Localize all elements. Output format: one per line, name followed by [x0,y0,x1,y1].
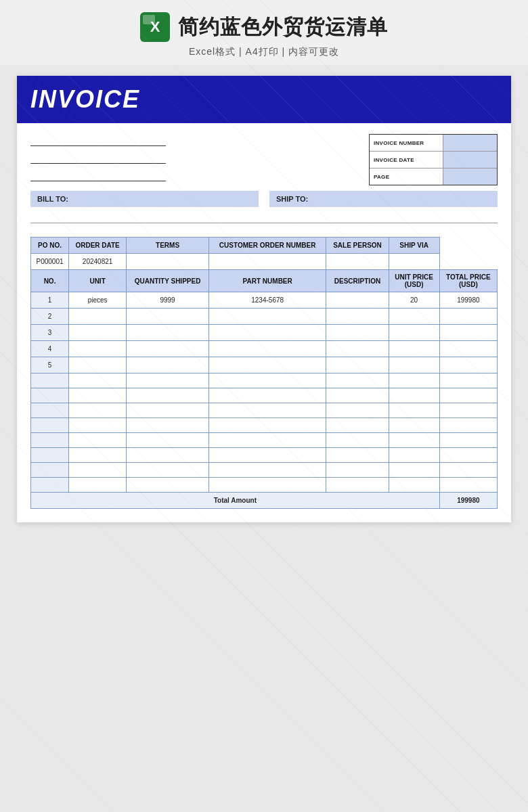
th-qty-shipped: QUANTITY SHIPPED [127,270,209,292]
bill-to-box: BILL TO: [30,191,259,207]
qty-cell [127,341,209,357]
unit-cell [69,341,127,357]
part-cell [209,357,326,374]
main-table-wrap: PO NO. ORDER DATE TERMS CUSTOMER ORDER N… [17,237,511,522]
customer-order-cell [209,254,326,270]
no-cell: 5 [31,357,69,374]
no-cell: 1 [31,292,69,309]
th-ship-via: SHIP VIA [389,238,439,254]
th-part-number: PART NUMBER [209,270,326,292]
ship-to-box: SHIP TO: [269,191,498,207]
th-po-no: PO NO. [31,238,69,254]
th-no: NO. [31,270,69,292]
ship-via-cell [389,254,439,270]
page-row: PAGE [370,168,497,185]
total-price-cell [439,357,497,374]
empty-row [31,374,498,388]
unit-cell: pieces [69,292,127,309]
ship-to-label: SHIP TO: [276,195,308,203]
desc-cell [326,357,389,374]
po-number-cell: P000001 [31,254,69,270]
qty-cell [127,309,209,325]
unit-price-cell [389,357,439,374]
total-price-cell [439,325,497,341]
empty-row [31,418,498,433]
desc-cell [326,325,389,341]
th-order-date: ORDER DATE [69,238,127,254]
invoice-date-row: INVOICE DATE [370,152,497,168]
table-row: 4 [31,341,498,357]
no-cell: 3 [31,325,69,341]
terms-cell [127,254,209,270]
subtitle: Excel格式 | A4打印 | 内容可更改 [189,46,339,58]
no-cell: 4 [31,341,69,357]
th-sale-person: SALE PERSON [326,238,389,254]
info-line-3 [30,169,166,181]
unit-cell [69,309,127,325]
total-value: 199980 [439,493,497,509]
desc-cell [326,341,389,357]
invoice-date-value [443,152,497,168]
table-subheader-row: NO. UNIT QUANTITY SHIPPED PART NUMBER DE… [31,270,498,292]
table-row: 5 [31,357,498,374]
no-cell: 2 [31,309,69,325]
table-row: 2 [31,309,498,325]
th-unit-price: UNIT PRICE(USD) [389,270,439,292]
table-header-row: PO NO. ORDER DATE TERMS CUSTOMER ORDER N… [31,238,498,254]
empty-row [31,463,498,478]
excel-icon [140,12,170,42]
total-label: Total Amount [31,493,440,509]
bill-address-line [30,212,498,223]
invoice-number-row: INVOICE NUMBER [370,135,497,152]
qty-cell [127,357,209,374]
total-row: Total Amount 199980 [31,493,498,509]
sender-info [30,134,355,185]
invoice-meta: INVOICE NUMBER INVOICE DATE PAGE [369,134,498,185]
table-row: 1 pieces 9999 1234-5678 20 199980 [31,292,498,309]
invoice-date-label: INVOICE DATE [370,154,443,166]
invoice-banner-text: INVOICE [30,85,140,113]
address-detail [17,212,511,223]
invoice-table: PO NO. ORDER DATE TERMS CUSTOMER ORDER N… [30,237,498,509]
desc-cell [326,292,389,309]
page-value [443,168,497,185]
info-line-1 [30,134,166,146]
page-header: 简约蓝色外贸货运清单 Excel格式 | A4打印 | 内容可更改 [0,0,528,65]
invoice-rows: 1 pieces 9999 1234-5678 20 199980 2 3 4 … [31,292,498,509]
empty-row [31,403,498,418]
unit-cell [69,325,127,341]
invoice-number-label: INVOICE NUMBER [370,137,443,149]
part-cell [209,341,326,357]
po-data-row: P000001 20240821 [31,254,498,270]
part-cell: 1234-5678 [209,292,326,309]
bill-to-label: BILL TO: [37,195,68,203]
th-description: DESCRIPTION [326,270,389,292]
th-unit: UNIT [69,270,127,292]
qty-cell: 9999 [127,292,209,309]
unit-price-cell [389,309,439,325]
qty-cell [127,325,209,341]
th-total-price: TOTAL PRICE(USD) [439,270,497,292]
total-price-cell [439,341,497,357]
total-price-cell: 199980 [439,292,497,309]
invoice-banner: INVOICE [17,76,511,123]
desc-cell [326,309,389,325]
address-section: BILL TO: SHIP TO: [17,191,511,207]
order-date-cell: 20240821 [69,254,127,270]
empty-row [31,448,498,463]
empty-row [31,478,498,493]
part-cell [209,309,326,325]
title-row: 简约蓝色外贸货运清单 [140,12,388,42]
invoice-number-value [443,135,497,151]
info-section: INVOICE NUMBER INVOICE DATE PAGE [17,123,511,191]
total-price-cell [439,309,497,325]
empty-row [31,433,498,448]
unit-cell [69,357,127,374]
th-customer-order: CUSTOMER ORDER NUMBER [209,238,326,254]
info-line-2 [30,152,166,164]
empty-row [31,388,498,403]
th-terms: TERMS [127,238,209,254]
unit-price-cell: 20 [389,292,439,309]
page-label: PAGE [370,171,443,183]
unit-price-cell [389,341,439,357]
